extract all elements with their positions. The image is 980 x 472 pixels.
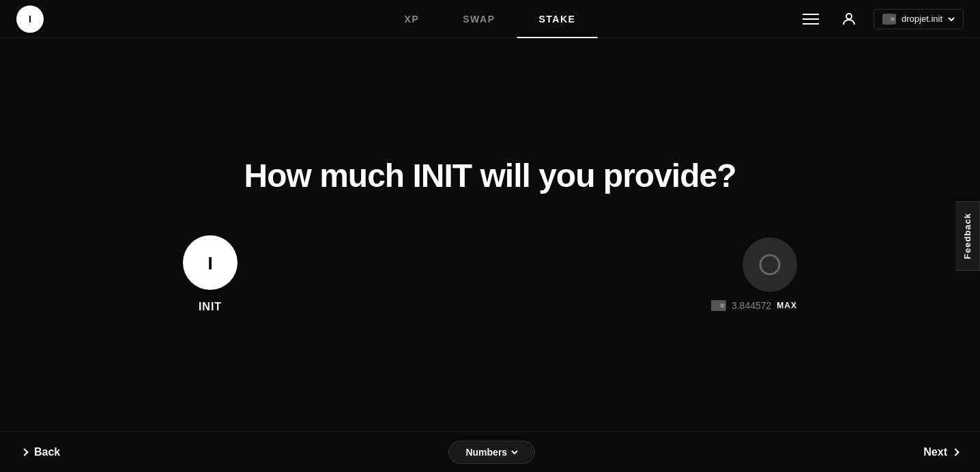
next-button[interactable]: Next (923, 446, 958, 458)
amount-circle-icon (755, 250, 785, 280)
max-button[interactable]: MAX (777, 301, 797, 310)
amount-circle (743, 237, 797, 292)
numbers-button[interactable]: Numbers (448, 441, 535, 464)
wallet-button[interactable]: dropjet.init (874, 9, 964, 29)
back-button[interactable]: Back (22, 446, 60, 458)
menu-button[interactable] (797, 5, 824, 33)
feedback-button[interactable]: Feedback (955, 201, 980, 271)
wallet-balance-icon (711, 300, 726, 311)
feedback-tab-wrapper: Feedback (955, 201, 980, 271)
profile-button[interactable] (835, 5, 863, 33)
token-icon-circle: I (183, 235, 237, 290)
init-token-icon: I (195, 248, 225, 278)
svg-point-5 (760, 255, 779, 274)
svg-rect-3 (891, 17, 895, 21)
back-label: Back (34, 446, 60, 458)
chevron-down-icon (948, 17, 955, 21)
svg-text:I: I (29, 13, 31, 24)
input-row: I INIT 3.844572 MAX (183, 235, 797, 313)
header-right: dropjet.init (797, 5, 964, 33)
balance-amount: 3.844572 (732, 300, 771, 311)
amount-display: 3.844572 MAX (711, 237, 797, 311)
wallet-icon (882, 14, 896, 25)
chevron-right-icon (951, 448, 959, 456)
nav-item-swap[interactable]: SWAP (441, 0, 517, 38)
header: I XP SWAP STAKE dropjet.in (0, 0, 980, 38)
bottom-bar: Back Numbers Next (0, 431, 980, 472)
chevron-left-icon (20, 448, 28, 456)
nav-item-stake[interactable]: STAKE (517, 0, 598, 38)
nav-item-xp[interactable]: XP (383, 0, 442, 38)
wallet-label: dropjet.init (902, 14, 942, 24)
svg-point-1 (846, 14, 852, 19)
main-nav: XP SWAP STAKE (383, 0, 598, 38)
numbers-label: Numbers (465, 447, 507, 458)
header-left: I (16, 5, 44, 33)
logo-button[interactable]: I (16, 5, 44, 33)
token-info: I INIT (183, 235, 237, 313)
balance-row: 3.844572 MAX (711, 300, 797, 311)
svg-text:I: I (207, 252, 212, 273)
question-title: How much INIT will you provide? (244, 157, 736, 194)
next-label: Next (923, 446, 947, 458)
hamburger-icon (803, 14, 819, 25)
numbers-chevron-icon (511, 450, 518, 454)
token-name: INIT (199, 301, 222, 313)
svg-rect-7 (720, 304, 725, 308)
main-content: How much INIT will you provide? I INIT (0, 38, 980, 431)
